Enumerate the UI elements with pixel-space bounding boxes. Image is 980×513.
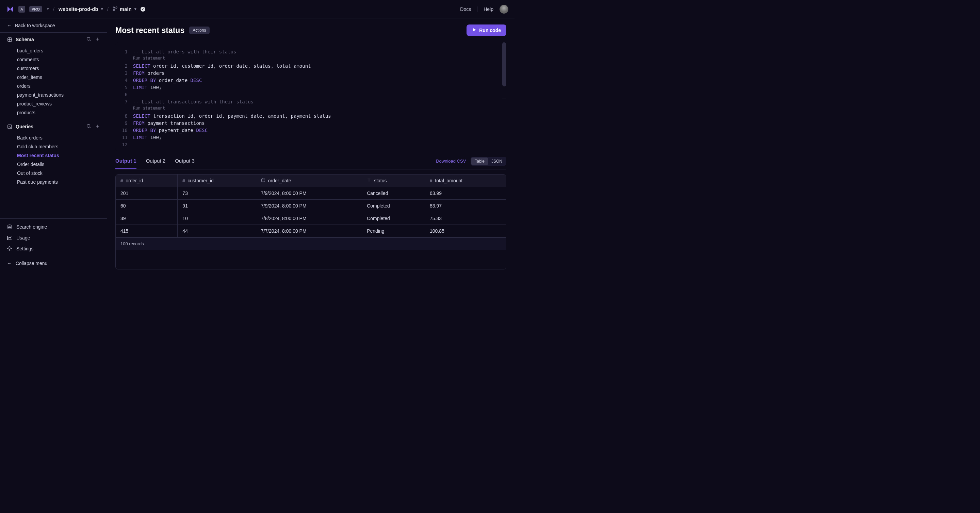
run-statement-codelens[interactable]: Run statement [115,105,506,112]
code-text: FROM orders [133,70,506,77]
arrow-left-icon: ← [7,23,11,28]
code-line[interactable]: 6 [115,91,506,98]
query-item[interactable]: Out of stock [0,169,107,178]
schema-item[interactable]: product_reviews [0,99,107,108]
sidebar-bottom-item[interactable]: Settings [0,243,107,254]
code-line[interactable]: 12 [115,141,506,148]
view-json-button[interactable]: JSON [488,157,506,165]
text-icon [367,178,371,183]
column-header[interactable]: status [362,175,425,187]
view-table-button[interactable]: Table [471,157,488,165]
table-row[interactable]: 415447/7/2024, 8:00:00 PMPending100.85 [116,225,506,237]
table-cell: 44 [178,225,256,237]
sidebar-bottom-item[interactable]: Usage [0,232,107,243]
back-to-workspace[interactable]: ← Back to workspace [0,18,107,33]
column-name: status [374,178,387,183]
help-link[interactable]: Help [484,6,493,12]
query-item[interactable]: Most recent status [0,151,107,160]
code-line[interactable]: 4ORDER BY order_date DESC [115,77,506,84]
sidebar-bottom: Search engineUsageSettings [0,218,107,257]
table-row[interactable]: 60917/9/2024, 8:00:00 PMCompleted83.97 [116,200,506,212]
schema-item[interactable]: comments [0,55,107,64]
search-icon[interactable] [86,37,91,43]
project-crumb[interactable]: website-prod-db ▾ [59,6,103,12]
output-tab[interactable]: Output 3 [175,153,195,169]
project-name: website-prod-db [59,6,98,12]
plus-icon[interactable] [95,124,100,130]
terminal-icon [7,124,12,129]
divider [477,6,477,12]
download-csv-link[interactable]: Download CSV [436,159,466,164]
query-item[interactable]: Order details [0,160,107,169]
column-header[interactable]: #customer_id [178,175,256,187]
bottom-item-label: Settings [16,246,34,251]
code-text: ORDER BY payment_date DESC [133,127,506,134]
docs-link[interactable]: Docs [460,6,471,12]
workspace-chevron-icon[interactable]: ▾ [47,7,49,11]
schema-header-label: Schema [16,37,34,42]
topbar-right: Docs Help [460,5,508,14]
app-logo-icon[interactable] [6,5,14,13]
workspace-badge[interactable]: A [18,6,25,13]
code-line[interactable]: 7-- List all transactions with their sta… [115,98,506,105]
schema-item[interactable]: customers [0,64,107,73]
plus-icon[interactable] [95,37,100,43]
column-name: total_amount [435,178,463,183]
query-item[interactable]: Back orders [0,133,107,142]
sidebar-scroll: Schema back_orderscommentscustomersorder… [0,33,107,218]
output-tab[interactable]: Output 1 [115,153,137,169]
code-line[interactable]: 2SELECT order_id, customer_id, order_dat… [115,63,506,70]
content-header: Most recent status Actions Run code [115,18,506,42]
resize-handle-icon[interactable]: ― [500,97,506,100]
code-text [133,91,506,98]
code-text: LIMIT 100; [133,84,506,91]
collapse-menu[interactable]: ← Collapse menu [0,257,107,269]
schema-item[interactable]: orders [0,82,107,91]
breadcrumb-separator: / [107,6,108,12]
branch-chevron-icon[interactable]: ▾ [134,7,137,11]
run-statement-codelens[interactable]: Run statement [115,55,506,62]
column-header[interactable]: #order_id [116,175,178,187]
code-line[interactable]: 5LIMIT 100; [115,84,506,91]
code-text: ORDER BY order_date DESC [133,77,506,84]
schema-list: back_orderscommentscustomersorder_itemso… [0,46,107,120]
table-row[interactable]: 39107/8/2024, 8:00:00 PMCompleted75.33 [116,212,506,225]
hash-icon: # [182,178,185,183]
svg-rect-9 [261,179,265,182]
schema-item[interactable]: products [0,108,107,117]
code-line[interactable]: 3FROM orders [115,70,506,77]
collapse-label: Collapse menu [16,260,47,266]
output-tab[interactable]: Output 2 [146,153,166,169]
schema-item[interactable]: order_items [0,73,107,82]
table-cell: 7/8/2024, 8:00:00 PM [256,212,362,225]
code-line[interactable]: 1-- List all orders with their status [115,48,506,56]
query-item[interactable]: Past due payments [0,178,107,186]
project-chevron-icon[interactable]: ▾ [101,7,103,11]
column-header[interactable]: #total_amount [425,175,506,187]
code-line[interactable]: 9FROM payment_transactions [115,120,506,127]
table-cell: 75.33 [425,212,506,225]
query-item[interactable]: Gold club members [0,142,107,151]
run-code-button[interactable]: Run code [466,24,506,36]
svg-point-7 [8,225,11,226]
user-avatar[interactable] [500,5,508,14]
topbar: A PRO ▾ / website-prod-db ▾ / main ▾ ✓ D… [0,0,514,18]
column-header[interactable]: order_date [256,175,362,187]
svg-point-4 [87,37,90,40]
status-ok-icon: ✓ [140,7,145,11]
sidebar-bottom-item[interactable]: Search engine [0,221,107,232]
code-editor[interactable]: 1-- List all orders with their statusRun… [115,42,506,151]
code-line[interactable]: 11LIMIT 100; [115,134,506,141]
code-text: -- List all transactions with their stat… [133,98,506,105]
schema-item[interactable]: back_orders [0,46,107,55]
code-line[interactable]: 8SELECT transaction_id, order_id, paymen… [115,113,506,120]
editor-scrollbar[interactable] [502,42,506,86]
table-cell: Cancelled [362,187,425,200]
actions-button[interactable]: Actions [189,27,209,34]
back-label: Back to workspace [15,23,55,28]
table-row[interactable]: 201737/9/2024, 8:00:00 PMCancelled63.99 [116,187,506,200]
code-line[interactable]: 10ORDER BY payment_date DESC [115,127,506,134]
search-icon[interactable] [86,124,91,130]
schema-item[interactable]: payment_transactions [0,91,107,99]
branch-crumb[interactable]: main ▾ [113,6,137,12]
